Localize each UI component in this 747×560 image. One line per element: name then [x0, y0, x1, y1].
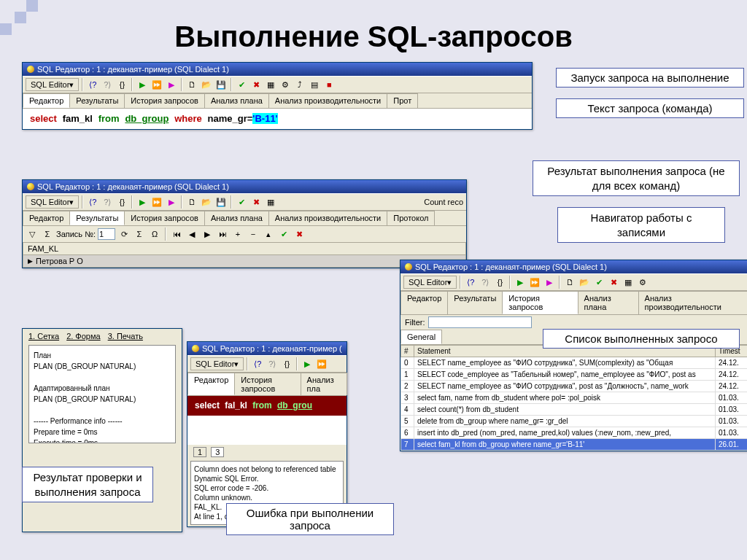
sigma-icon[interactable]: Σ	[133, 228, 146, 241]
nav-add-icon[interactable]: +	[231, 228, 244, 241]
filter-input[interactable]	[428, 316, 532, 328]
tab-editor[interactable]: Редактор	[23, 211, 70, 225]
nav-last-icon[interactable]: ⏭	[216, 228, 229, 241]
tab-history[interactable]: История запросов	[234, 373, 301, 395]
rollback-icon[interactable]: ✖	[249, 195, 263, 209]
nav-post-icon[interactable]: ✔	[277, 228, 290, 241]
page-3[interactable]: 3	[211, 447, 224, 457]
grid-icon[interactable]: ▤	[308, 78, 321, 91]
history-row[interactable]: 3select fam, name from db_student where …	[401, 392, 748, 404]
commit-icon[interactable]: ✔	[235, 78, 248, 91]
tab-plan[interactable]: Анализ плана	[204, 93, 269, 108]
nav-next-icon[interactable]: ▶	[201, 228, 214, 241]
subtab-print[interactable]: 3. Печать	[108, 332, 143, 341]
history-row[interactable]: 5delete from db_group where name_gr= :gr…	[401, 416, 748, 427]
sql-editor-dropdown[interactable]: SQL Editor ▾	[403, 276, 457, 289]
save-icon[interactable]: 💾	[214, 195, 228, 209]
tab-protocol[interactable]: Прот	[387, 93, 418, 108]
history-row[interactable]: 7select fam_kl from db_group where name_…	[401, 439, 748, 451]
run-plan-icon[interactable]: ▶	[165, 78, 178, 91]
grid-column-header[interactable]: FAM_KL	[23, 243, 466, 255]
rollback-icon[interactable]: ✖	[249, 78, 263, 91]
tab-editor[interactable]: Редактор	[400, 291, 448, 314]
history-row[interactable]: 2SELECT name_employee as "ФИО сотрудника…	[401, 381, 748, 392]
table-icon[interactable]: ▦	[264, 195, 277, 209]
sql-editor-dropdown[interactable]: SQL Editor ▾	[26, 78, 79, 91]
tab-results[interactable]: Результаты	[69, 211, 125, 225]
help-icon[interactable]: ⟨?	[86, 78, 99, 91]
table-icon[interactable]: ▦	[622, 276, 635, 289]
help2-icon[interactable]: ?⟩	[101, 78, 114, 91]
subtab-form[interactable]: 2. Форма	[66, 332, 101, 341]
help-icon[interactable]: ⟨?	[251, 357, 264, 370]
sql-editor-line[interactable]: select fam_kl from db_group where name_g…	[23, 109, 532, 129]
subtab-grid[interactable]: 1. Сетка	[28, 332, 59, 341]
run-icon[interactable]: ▶	[514, 276, 527, 289]
run-plan-icon[interactable]: ▶	[165, 195, 178, 209]
history-row[interactable]: 1SELECT code_employee as "Табельный номе…	[401, 369, 748, 381]
tab-history[interactable]: История запросов	[124, 93, 205, 108]
tool-icon[interactable]: ⚙	[636, 276, 649, 289]
help2-icon[interactable]: ?⟩	[101, 195, 114, 209]
col-num[interactable]: #	[401, 346, 414, 357]
tab-general[interactable]: General	[400, 330, 442, 344]
sql-editor-dropdown[interactable]: SQL Editor ▾	[26, 195, 79, 209]
history-row[interactable]: 6insert into db_pred (nom_pred, name_pre…	[401, 427, 748, 439]
run-icon[interactable]: ▶	[301, 357, 314, 370]
tab-plan[interactable]: Анализ пла	[301, 373, 347, 395]
open-icon[interactable]: 📂	[200, 78, 213, 91]
open-icon[interactable]: 📂	[200, 195, 213, 209]
tab-plan[interactable]: Анализ плана	[578, 291, 639, 314]
tab-perf[interactable]: Анализ производительности	[268, 211, 387, 225]
history-row[interactable]: 0SELECT name_employee as "ФИО сотрудника…	[401, 357, 748, 369]
rollback-icon[interactable]: ✖	[607, 276, 620, 289]
run-all-icon[interactable]: ⏩	[150, 195, 163, 209]
open-icon[interactable]: 📂	[578, 276, 591, 289]
commit-icon[interactable]: ✔	[235, 195, 248, 209]
braces-icon[interactable]: {}	[280, 357, 293, 370]
new-icon[interactable]: 🗋	[563, 276, 576, 289]
nav-first-icon[interactable]: ⏮	[170, 228, 183, 241]
tab-editor[interactable]: Редактор	[187, 373, 235, 395]
braces-icon[interactable]: {}	[493, 276, 506, 289]
save-icon[interactable]: 💾	[214, 78, 228, 91]
help-icon[interactable]: ⟨?	[464, 276, 477, 289]
filter-icon[interactable]: ▽	[26, 228, 39, 241]
sql-editor-line[interactable]: select fal_kl from db_grou	[187, 396, 347, 416]
export-icon[interactable]: ⤴	[293, 78, 306, 91]
tab-perf[interactable]: Анализ производительности	[268, 93, 387, 108]
tab-history[interactable]: История запросов	[124, 211, 205, 225]
run-all-icon[interactable]: ⏩	[315, 357, 328, 370]
nav-del-icon[interactable]: −	[247, 228, 260, 241]
page-1[interactable]: 1	[193, 447, 206, 457]
commit-icon[interactable]: ✔	[592, 276, 605, 289]
sql-editor-dropdown[interactable]: SQL Editor ▾	[190, 357, 244, 370]
record-input[interactable]	[98, 228, 115, 240]
help2-icon[interactable]: ?⟩	[266, 357, 279, 370]
new-icon[interactable]: 🗋	[185, 195, 198, 209]
refresh-icon[interactable]: ⟳	[117, 228, 131, 241]
tab-results[interactable]: Результаты	[447, 291, 503, 314]
nav-prev-icon[interactable]: ◀	[185, 228, 198, 241]
tool-icon[interactable]: ⚙	[279, 78, 292, 91]
run-plan-icon[interactable]: ▶	[543, 276, 556, 289]
run-all-icon[interactable]: ⏩	[528, 276, 541, 289]
omega-icon[interactable]: Ω	[148, 228, 161, 241]
tab-protocol[interactable]: Протокол	[387, 211, 435, 225]
help-icon[interactable]: ⟨?	[86, 195, 99, 209]
tab-results[interactable]: Результаты	[69, 93, 125, 108]
braces-icon[interactable]: {}	[115, 78, 128, 91]
run-icon[interactable]: ▶	[136, 195, 149, 209]
tab-perf[interactable]: Анализ производительности	[638, 291, 747, 314]
stop-icon[interactable]: ■	[322, 78, 336, 91]
new-icon[interactable]: 🗋	[185, 78, 198, 91]
table-icon[interactable]: ▦	[264, 78, 277, 91]
history-row[interactable]: 4select count(*) from db_student01.03.	[401, 404, 748, 416]
run-all-icon[interactable]: ⏩	[150, 78, 163, 91]
sum-icon[interactable]: Σ	[41, 228, 54, 241]
tab-history[interactable]: История запросов	[502, 291, 578, 314]
braces-icon[interactable]: {}	[115, 195, 128, 209]
help2-icon[interactable]: ?⟩	[479, 276, 492, 289]
nav-cancel-icon[interactable]: ✖	[293, 228, 306, 241]
nav-edit-icon[interactable]: ▴	[262, 228, 275, 241]
